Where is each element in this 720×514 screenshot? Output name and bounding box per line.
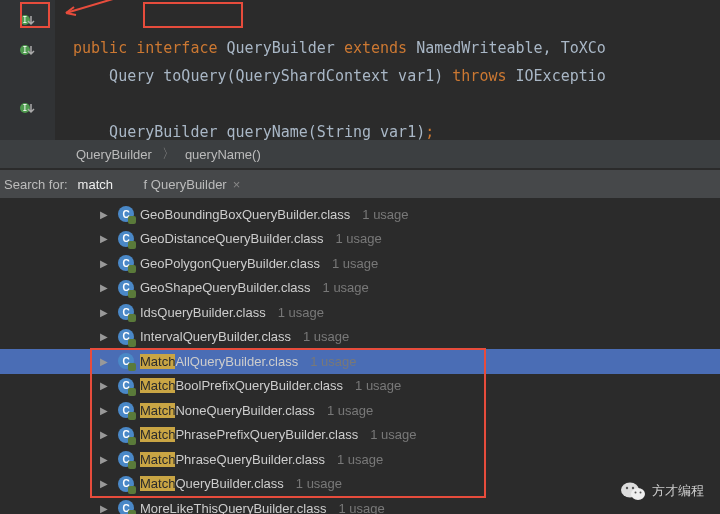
implements-gutter-icon[interactable]: I	[0, 94, 55, 122]
class-name: IdsQueryBuilder.class	[140, 305, 266, 320]
code-text: QueryBuilder	[218, 39, 344, 57]
class-icon: C	[118, 451, 134, 467]
keyword: interface	[136, 39, 217, 57]
hierarchy-tab-label[interactable]: f QueryBuilder	[144, 177, 227, 192]
class-name: GeoPolygonQueryBuilder.class	[140, 256, 320, 271]
svg-point-9	[632, 487, 634, 489]
expand-arrow-icon[interactable]: ▶	[100, 429, 112, 440]
tree-row[interactable]: ▶CIdsQueryBuilder.class1 usage	[0, 300, 720, 325]
watermark: 方才编程	[620, 480, 704, 502]
class-name: MatchNoneQueryBuilder.class	[140, 403, 315, 418]
usage-count: 1 usage	[370, 427, 416, 442]
code-text: NamedWriteable, ToXCo	[407, 39, 606, 57]
tree-row[interactable]: ▶CMatchQueryBuilder.class1 usage	[0, 472, 720, 497]
class-icon: C	[118, 329, 134, 345]
expand-arrow-icon[interactable]: ▶	[100, 405, 112, 416]
svg-point-11	[640, 492, 642, 494]
expand-arrow-icon[interactable]: ▶	[100, 282, 112, 293]
class-icon: C	[118, 500, 134, 514]
expand-arrow-icon[interactable]: ▶	[100, 503, 112, 514]
expand-arrow-icon[interactable]: ▶	[100, 356, 112, 367]
expand-arrow-icon[interactable]: ▶	[100, 454, 112, 465]
usage-count: 1 usage	[310, 354, 356, 369]
usage-count: 1 usage	[332, 256, 378, 271]
watermark-text: 方才编程	[652, 482, 704, 500]
tree-row[interactable]: ▶CGeoShapeQueryBuilder.class1 usage	[0, 276, 720, 301]
usage-count: 1 usage	[336, 231, 382, 246]
usage-count: 1 usage	[278, 305, 324, 320]
class-name: GeoBoundingBoxQueryBuilder.class	[140, 207, 350, 222]
class-icon: C	[118, 402, 134, 418]
wechat-icon	[620, 480, 646, 502]
expand-arrow-icon[interactable]: ▶	[100, 380, 112, 391]
annotation-box	[143, 2, 243, 28]
svg-point-10	[635, 492, 637, 494]
svg-point-8	[626, 487, 628, 489]
class-icon: C	[118, 476, 134, 492]
expand-arrow-icon[interactable]: ▶	[100, 258, 112, 269]
semicolon: ;	[425, 123, 434, 141]
code-text: Query toQuery(QueryShardContext var1)	[73, 67, 452, 85]
keyword: public	[73, 39, 127, 57]
code-text: QueryBuilder queryName(String var1)	[73, 123, 425, 141]
class-icon: C	[118, 280, 134, 296]
usage-count: 1 usage	[296, 476, 342, 491]
tree-row[interactable]: ▶CGeoDistanceQueryBuilder.class1 usage	[0, 227, 720, 252]
class-name: MoreLikeThisQueryBuilder.class	[140, 501, 326, 514]
class-name: MatchPhraseQueryBuilder.class	[140, 452, 325, 467]
class-icon: C	[118, 353, 134, 369]
keyword: throws	[452, 67, 506, 85]
class-icon: C	[118, 304, 134, 320]
expand-arrow-icon[interactable]: ▶	[100, 233, 112, 244]
tree-row[interactable]: ▶CIntervalQueryBuilder.class1 usage	[0, 325, 720, 350]
usage-count: 1 usage	[337, 452, 383, 467]
tree-row[interactable]: ▶CMatchBoolPrefixQueryBuilder.class1 usa…	[0, 374, 720, 399]
code-block[interactable]: public interface QueryBuilder extends Na…	[55, 0, 606, 140]
close-icon[interactable]: ×	[233, 177, 241, 192]
tree-row[interactable]: ▶CGeoPolygonQueryBuilder.class1 usage	[0, 251, 720, 276]
tree-row[interactable]: ▶CMatchNoneQueryBuilder.class1 usage	[0, 398, 720, 423]
search-input[interactable]	[78, 177, 138, 192]
annotation-box	[20, 2, 50, 28]
implements-gutter-icon[interactable]: I	[0, 36, 55, 64]
breadcrumb-item[interactable]: QueryBuilder	[76, 147, 152, 162]
usage-count: 1 usage	[327, 403, 373, 418]
usage-count: 1 usage	[362, 207, 408, 222]
usage-count: 1 usage	[303, 329, 349, 344]
usage-count: 1 usage	[323, 280, 369, 295]
class-name: GeoDistanceQueryBuilder.class	[140, 231, 324, 246]
search-bar: Search for: f QueryBuilder ×	[0, 170, 720, 198]
class-name: MatchPhrasePrefixQueryBuilder.class	[140, 427, 358, 442]
tree-row[interactable]: ▶CGeoBoundingBoxQueryBuilder.class1 usag…	[0, 202, 720, 227]
expand-arrow-icon[interactable]: ▶	[100, 307, 112, 318]
svg-point-7	[631, 488, 645, 500]
expand-arrow-icon[interactable]: ▶	[100, 331, 112, 342]
tree-row[interactable]: ▶CMatchAllQueryBuilder.class1 usage	[0, 349, 720, 374]
tree-row[interactable]: ▶CMatchPhraseQueryBuilder.class1 usage	[0, 447, 720, 472]
svg-text:I: I	[22, 46, 27, 55]
hierarchy-tree[interactable]: ▶CGeoBoundingBoxQueryBuilder.class1 usag…	[0, 168, 720, 514]
class-icon: C	[118, 206, 134, 222]
usage-count: 1 usage	[355, 378, 401, 393]
breadcrumb-item[interactable]: queryName()	[185, 147, 261, 162]
svg-text:I: I	[22, 104, 27, 113]
class-icon: C	[118, 427, 134, 443]
usage-count: 1 usage	[338, 501, 384, 514]
search-label: Search for:	[4, 177, 68, 192]
keyword: extends	[344, 39, 407, 57]
tree-row[interactable]: ▶CMatchPhrasePrefixQueryBuilder.class1 u…	[0, 423, 720, 448]
class-name: IntervalQueryBuilder.class	[140, 329, 291, 344]
class-icon: C	[118, 378, 134, 394]
class-icon: C	[118, 231, 134, 247]
tree-row[interactable]: ▶CMoreLikeThisQueryBuilder.class1 usage	[0, 496, 720, 514]
class-name: GeoShapeQueryBuilder.class	[140, 280, 311, 295]
chevron-right-icon: 〉	[162, 145, 175, 163]
code-text: IOExceptio	[506, 67, 605, 85]
class-name: MatchBoolPrefixQueryBuilder.class	[140, 378, 343, 393]
class-name: MatchQueryBuilder.class	[140, 476, 284, 491]
class-icon: C	[118, 255, 134, 271]
code-editor: I I I public interface QueryBuilder exte…	[0, 0, 720, 140]
expand-arrow-icon[interactable]: ▶	[100, 478, 112, 489]
expand-arrow-icon[interactable]: ▶	[100, 209, 112, 220]
class-name: MatchAllQueryBuilder.class	[140, 354, 298, 369]
